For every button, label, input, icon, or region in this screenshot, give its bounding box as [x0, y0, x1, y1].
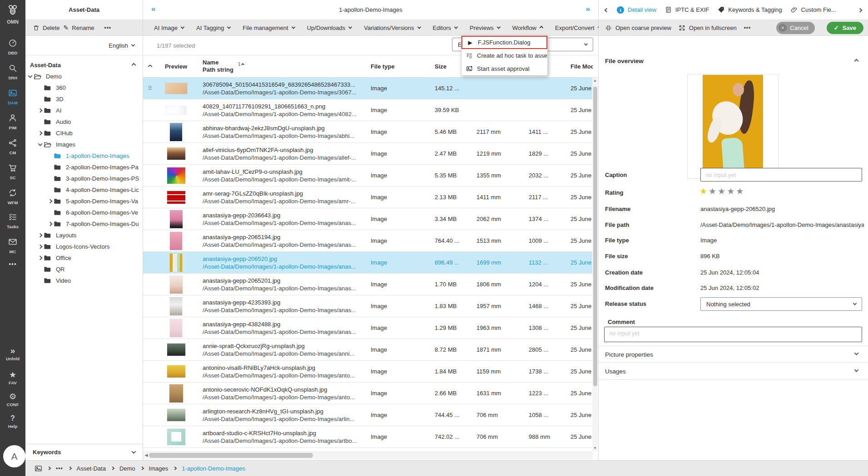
vertical-scrollbar[interactable]: ▲ ▼ — [592, 78, 598, 451]
workflow-menu-item-3[interactable]: Start asset approval — [461, 62, 547, 75]
tree-item-video[interactable]: Video — [25, 275, 143, 286]
table-row[interactable]: allef-vinicius-6ypOmTNK2FA-unsplash.jpg/… — [143, 143, 593, 165]
scroll-up-icon[interactable]: ▲ — [592, 79, 598, 83]
menu-export-convert[interactable]: Export/Convert — [555, 25, 601, 31]
menu-variations-versions[interactable]: Variations/Versions — [364, 25, 420, 31]
scroll-down-icon[interactable]: ▼ — [592, 446, 598, 450]
table-row[interactable]: anastasiya-gepp-4235393.jpg/Asset-Data/D… — [143, 295, 593, 317]
tab-iptc-exif[interactable]: IPTC & EXIF — [665, 6, 709, 13]
release-status-select[interactable]: Nothing selected — [700, 297, 862, 311]
tab-keywords-tagging[interactable]: Keywords & Tagging — [718, 6, 782, 13]
rail-item-sc[interactable]: SC — [0, 163, 25, 180]
drag-handle-icon[interactable]: ⠿ — [148, 85, 152, 92]
scrollbar-thumb[interactable] — [149, 453, 313, 458]
breadcrumb-more[interactable]: ••• — [56, 465, 63, 471]
comment-textarea[interactable] — [604, 327, 862, 342]
table-row[interactable]: anastasiya-gepp-206520.jpg/Asset-Data/De… — [143, 252, 593, 274]
chevron-down-icon[interactable] — [854, 351, 859, 355]
table-row[interactable]: anastasiya-gepp-4382488.jpg/Asset-Data/D… — [143, 317, 593, 339]
tree-item-demo[interactable]: Demo — [25, 71, 143, 82]
rating-stars[interactable]: ★★★★★ — [699, 186, 745, 196]
avatar[interactable]: A — [3, 445, 25, 467]
collapse-icon[interactable] — [132, 63, 136, 67]
rail-item-dbd[interactable]: DBD — [0, 39, 25, 55]
asset-thumbnail[interactable] — [169, 384, 183, 402]
tree-item-4-apollon-demo-images-lic[interactable]: 4-apollon-Demo-Images-Lic — [25, 184, 143, 196]
breadcrumb-current[interactable]: 1-apollon-Demo-Images — [182, 465, 245, 472]
chevron-up-icon[interactable] — [854, 59, 859, 64]
rail-item-conf[interactable]: ⚙CONF — [0, 392, 25, 407]
open-fullscreen-button[interactable]: Open in fullscreen — [679, 25, 737, 31]
table-row[interactable]: 40829_140711776109291_1806651663_n.png/A… — [143, 99, 593, 121]
asset-thumbnail[interactable] — [170, 275, 183, 294]
asset-thumbnail[interactable] — [170, 319, 182, 337]
table-row[interactable]: anastasiya-gepp-2036643.jpg/Asset-Data/D… — [143, 208, 593, 230]
table-row[interactable]: artboard-studio-c-KRSHct7Ho-unsplash.jpg… — [143, 426, 593, 448]
menu-ai-image[interactable]: AI Image — [154, 25, 184, 31]
menu-workflow[interactable]: Workflow — [512, 25, 543, 31]
tree-root[interactable]: Asset-Data — [25, 59, 143, 71]
tree-item-7-apollon-demo-images-du[interactable]: 7-apollon-Demo-Images-Du — [25, 218, 143, 230]
column-header-name[interactable]: NamePath string 1 — [195, 59, 368, 74]
breadcrumb-item[interactable]: Images — [149, 465, 169, 472]
rail-item-fav[interactable]: ★FAV — [0, 370, 25, 385]
column-header-preview[interactable]: Preview — [157, 63, 195, 70]
table-row[interactable]: anastasiya-gepp-2065194.jpg/Asset-Data/D… — [143, 230, 593, 252]
asset-thumbnail[interactable] — [170, 232, 182, 250]
omn-logo[interactable]: OMN — [0, 3, 25, 25]
chevron-right-icon[interactable] — [38, 131, 42, 136]
language-select[interactable]: English — [25, 36, 143, 55]
asset-thumbnail[interactable] — [165, 83, 187, 94]
menu-file-management[interactable]: File management — [243, 25, 294, 31]
chevron-right-icon[interactable] — [38, 245, 42, 249]
asset-preview-image[interactable] — [703, 75, 763, 178]
chevron-down-icon[interactable] — [854, 368, 859, 372]
asset-thumbnail[interactable] — [167, 409, 185, 421]
keywords-section-header[interactable]: Keywords — [25, 444, 143, 460]
table-collapse-button[interactable] — [143, 65, 157, 68]
rail-item-mc[interactable]: MC — [0, 237, 25, 254]
double-chevron-right-icon[interactable]: » — [586, 5, 590, 14]
star-icon[interactable]: ★ — [718, 186, 727, 196]
tree-item-360[interactable]: 360 — [25, 82, 143, 93]
asset-thumbnail[interactable] — [170, 123, 182, 141]
tree-item-cihub[interactable]: CIHub — [25, 128, 143, 139]
asset-thumbnail[interactable] — [167, 429, 185, 445]
table-row[interactable]: antonio-secerovic-NOFdK1xOqkQ-unsplash.j… — [143, 383, 593, 404]
save-button[interactable]: ✓ Save — [827, 22, 863, 34]
star-icon[interactable]: ★ — [736, 186, 745, 196]
tab-detail-view[interactable]: iDetail view — [617, 6, 656, 14]
caption-input[interactable] — [700, 168, 862, 182]
tree-item-layouts[interactable]: Layouts — [25, 230, 143, 241]
table-row[interactable]: abhinav-bhardwaj-2ekzJ8smDgU-unsplash.jp… — [143, 121, 593, 143]
table-row[interactable]: anastasiya-gepp-2065201.jpg/Asset-Data/D… — [143, 274, 593, 295]
tab-custom-fie-[interactable]: Custom Fie... — [791, 6, 836, 13]
asset-thumbnail[interactable] — [167, 344, 185, 356]
asset-thumbnail[interactable] — [170, 297, 182, 315]
scrollbar-thumb[interactable] — [593, 87, 597, 386]
asset-thumbnail[interactable] — [167, 147, 185, 160]
asset-thumbnail[interactable] — [167, 365, 185, 378]
menu-previews[interactable]: Previews — [470, 25, 500, 31]
tree-item-audio[interactable]: Audio — [25, 116, 143, 128]
double-chevron-left-icon[interactable]: « — [151, 5, 155, 14]
rail-item-unfold[interactable]: »Unfold — [0, 346, 25, 361]
rail-item-[interactable]: ••• — [0, 260, 25, 269]
breadcrumb-item[interactable]: Asset-Data — [77, 465, 106, 472]
chevron-right-icon[interactable] — [48, 199, 52, 204]
table-row[interactable]: ⠿306785094_501504415316549_6839265486528… — [143, 78, 593, 99]
tree-item-3-apollon-demo-images-ps[interactable]: 3-apollon-Demo-Images-PS — [25, 173, 143, 184]
tree-item-logos-icons-vectors[interactable]: Logos-Icons-Vectors — [25, 241, 143, 252]
table-row[interactable]: amit-lahav-LU_fCezP9-o-unsplash.jpg/Asse… — [143, 165, 593, 186]
rail-item-pim[interactable]: PIM — [0, 113, 25, 130]
usages-header[interactable]: Usages — [605, 368, 626, 375]
file-overview-header[interactable]: File overview — [605, 58, 644, 64]
rename-button[interactable]: ✎ Rename — [64, 24, 94, 31]
tabs-scroll-left[interactable] — [605, 6, 608, 13]
menu-editors[interactable]: Editors — [433, 25, 457, 31]
asset-thumbnail[interactable] — [167, 191, 185, 204]
rail-item-wfm[interactable]: WFM — [0, 188, 25, 205]
asset-thumbnail[interactable] — [170, 254, 182, 272]
delete-button[interactable]: Delete — [33, 25, 60, 31]
horizontal-scrollbar[interactable]: ◀ — [143, 451, 593, 459]
